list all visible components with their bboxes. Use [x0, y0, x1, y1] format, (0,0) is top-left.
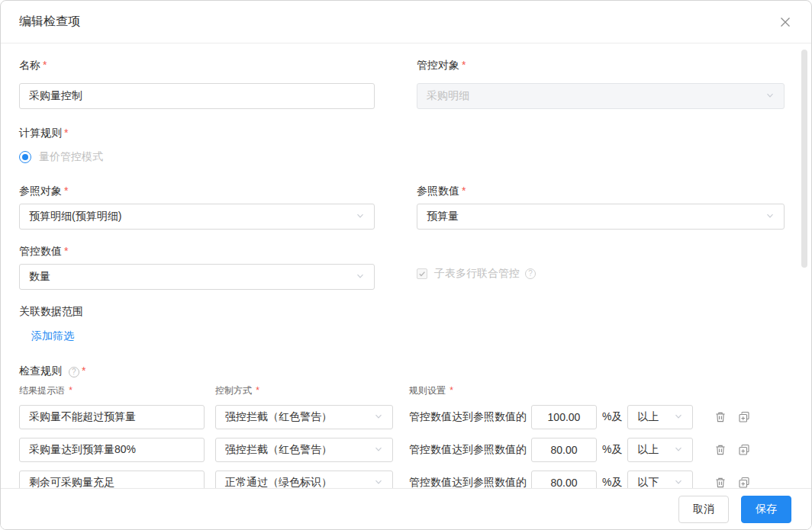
chevron-down-icon — [356, 210, 365, 223]
edit-check-item-dialog: 编辑检查项 名称* 管控对象* 采购明细 计算规则* 量价管控模式 — [0, 0, 812, 530]
rule-percent-unit: %及 — [602, 410, 622, 424]
cancel-button[interactable]: 取消 — [678, 496, 729, 523]
chevron-down-icon — [374, 477, 383, 489]
reference-object-select[interactable]: 预算明细(预算明细) — [19, 204, 375, 230]
rule-percent-input[interactable] — [531, 471, 597, 490]
calc-rule-label: 计算规则* — [19, 125, 793, 140]
chevron-down-icon — [356, 271, 365, 283]
copy-add-icon[interactable] — [737, 410, 751, 424]
copy-add-icon[interactable] — [737, 443, 751, 457]
column-header-setting: 规则设置 * — [409, 384, 453, 397]
trash-icon[interactable] — [714, 410, 727, 424]
rule-percent-input[interactable] — [531, 405, 597, 429]
dialog-footer: 取消 保存 — [1, 488, 811, 529]
radio-selected-icon[interactable] — [19, 151, 31, 163]
add-filter-link[interactable]: 添加筛选 — [31, 329, 74, 343]
help-circle-icon: ? — [69, 367, 79, 377]
chevron-down-icon — [674, 444, 683, 456]
rule-mode-select[interactable]: 强控拦截（红色警告） — [215, 438, 393, 462]
trash-icon[interactable] — [714, 443, 727, 457]
subtable-checkbox-label: 子表多行联合管控 — [434, 267, 520, 281]
rule-row: 正常通过（绿色标识） 管控数值达到参照数值的 %及 以下 — [19, 471, 793, 490]
calc-rule-option-label: 量价管控模式 — [39, 150, 103, 164]
column-header-prompt: 结果提示语 * — [19, 384, 215, 397]
dialog-header: 编辑检查项 — [1, 1, 811, 43]
help-circle-icon: ? — [525, 268, 536, 279]
checkbox-checked-disabled-icon — [417, 268, 427, 279]
control-value-select[interactable]: 数量 — [19, 264, 375, 290]
rule-row: 强控拦截（红色警告） 管控数值达到参照数值的 %及 以上 — [19, 438, 793, 462]
column-header-mode: 控制方式 * — [215, 384, 409, 397]
dialog-body: 名称* 管控对象* 采购明细 计算规则* 量价管控模式 参照对象* 预算明细(预 — [1, 43, 811, 490]
reference-value-label: 参照数值* — [417, 183, 785, 198]
chevron-down-icon — [674, 477, 683, 489]
save-button[interactable]: 保存 — [741, 496, 791, 523]
calc-rule-radio-row: 量价管控模式 — [19, 149, 793, 165]
reference-value-select[interactable]: 预算量 — [417, 204, 785, 230]
name-label: 名称* — [19, 57, 375, 72]
chevron-down-icon — [374, 444, 383, 456]
rule-prompt-input[interactable] — [19, 438, 205, 462]
control-object-label: 管控对象* — [417, 57, 785, 72]
subtable-joint-control-row: 子表多行联合管控 ? — [417, 267, 785, 281]
reference-object-label: 参照对象* — [19, 183, 375, 198]
rule-bound-select[interactable]: 以上 — [627, 438, 693, 462]
rule-mode-select[interactable]: 强控拦截（红色警告） — [215, 405, 393, 429]
control-object-select: 采购明细 — [417, 83, 785, 109]
rule-prompt-input[interactable] — [19, 405, 205, 429]
rule-row: 强控拦截（红色警告） 管控数值达到参照数值的 %及 以上 — [19, 405, 793, 429]
rule-column-headers: 结果提示语 * 控制方式 * 规则设置 * — [19, 384, 793, 397]
dialog-title: 编辑检查项 — [19, 14, 80, 30]
rule-prompt-input[interactable] — [19, 471, 205, 490]
check-rules-label: 检查规则 ?* — [19, 363, 793, 378]
name-input[interactable] — [19, 83, 375, 109]
chevron-down-icon — [674, 411, 683, 423]
scrollbar-thumb[interactable] — [801, 50, 807, 268]
rule-mode-select[interactable]: 正常通过（绿色标识） — [215, 471, 393, 490]
chevron-down-icon — [374, 411, 383, 423]
control-value-label: 管控数值* — [19, 243, 375, 259]
rule-setting-prefix: 管控数值达到参照数值的 — [409, 410, 527, 424]
data-range-label: 关联数据范围 — [19, 304, 793, 319]
chevron-down-icon — [765, 90, 775, 102]
rule-percent-input[interactable] — [531, 438, 597, 462]
chevron-down-icon — [765, 210, 775, 223]
rule-bound-select[interactable]: 以下 — [627, 471, 693, 490]
close-icon[interactable] — [778, 14, 793, 30]
rule-setting-prefix: 管控数值达到参照数值的 — [409, 443, 527, 457]
rule-percent-unit: %及 — [602, 443, 622, 457]
rule-bound-select[interactable]: 以上 — [627, 405, 693, 429]
